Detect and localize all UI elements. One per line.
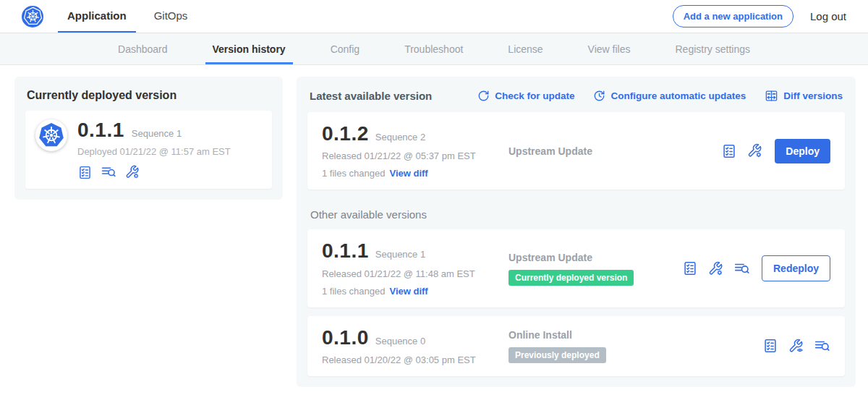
add-application-button[interactable]: Add a new application [673,5,793,27]
previously-deployed-badge: Previously deployed [509,347,606,363]
files-changed-label: 1 files changed [322,168,385,179]
main-content: Currently deployed version 0.1.1 Sequenc… [0,65,868,401]
released-timestamp: Released 01/21/22 @ 05:37 pm EST [322,150,509,161]
currently-deployed-panel: Currently deployed version 0.1.1 Sequenc… [14,77,283,200]
edit-config-icon[interactable] [746,143,763,159]
preflight-checks-icon[interactable] [762,338,778,354]
version-source-label: Upstream Update [509,252,682,263]
deployed-sequence-label: Sequence 1 [132,128,182,139]
deployed-version-number: 0.1.1 [77,119,124,140]
edit-config-icon[interactable] [707,260,724,277]
available-versions-panel: Latest available version Check for updat… [297,77,856,387]
diff-versions-label: Diff versions [783,90,843,101]
deployed-timestamp: Deployed 01/21/22 @ 11:57 am EST [77,146,231,157]
subnav-tab-troubleshoot[interactable]: Troubleshoot [397,33,470,64]
kubernetes-logo-icon [22,6,43,27]
other-available-versions-title: Other available versions [310,208,842,221]
version-number: 0.1.1 [322,240,369,261]
subnav-tab-dashboard[interactable]: Dashboard [111,33,175,64]
released-timestamp: Released 01/20/22 @ 03:05 pm EST [322,354,509,365]
logout-link[interactable]: Log out [810,10,846,22]
deploy-logs-icon[interactable] [814,338,830,354]
version-card-0-1-0: 0.1.0 Sequence 0 Released 01/20/22 @ 03:… [307,316,845,376]
version-number: 0.1.2 [322,123,369,144]
version-number: 0.1.0 [322,327,369,348]
tab-gitops[interactable]: GitOps [145,0,197,33]
check-for-update-label: Check for update [495,90,574,101]
view-config-icon[interactable] [788,338,804,354]
diff-versions-link[interactable]: Diff versions [765,89,843,103]
currently-deployed-badge: Currently deployed version [509,270,634,286]
version-card-0-1-2: 0.1.2 Sequence 2 Released 01/21/22 @ 05:… [307,112,845,190]
subnav-tab-license[interactable]: License [501,33,550,64]
refresh-icon [477,90,490,102]
version-source-label: Online Install [509,329,682,341]
view-diff-link[interactable]: View diff [389,286,427,297]
deploy-logs-icon[interactable] [101,164,116,180]
schedule-update-icon [593,90,605,102]
app-sub-nav: Dashboard Version history Config Trouble… [0,33,868,65]
sequence-label: Sequence 2 [375,132,425,143]
files-changed-label: 1 files changed [322,286,385,297]
latest-available-title: Latest available version [310,90,432,102]
subnav-tab-view-files[interactable]: View files [581,33,638,64]
edit-config-icon[interactable] [124,164,140,180]
currently-deployed-title: Currently deployed version [27,89,271,102]
preflight-checks-icon[interactable] [682,260,698,276]
tab-application[interactable]: Application [58,0,136,33]
top-nav: Application GitOps Add a new application… [0,0,868,33]
subnav-tab-version-history[interactable]: Version history [205,33,293,64]
check-for-update-link[interactable]: Check for update [477,90,574,102]
version-card-0-1-1: 0.1.1 Sequence 1 Released 01/21/22 @ 11:… [307,229,845,307]
subnav-tab-config[interactable]: Config [323,33,367,64]
deploy-logs-icon[interactable] [733,260,750,277]
deployed-version-card: 0.1.1 Sequence 1 Deployed 01/21/22 @ 11:… [25,111,272,189]
view-diff-link[interactable]: View diff [389,168,427,179]
preflight-checks-icon[interactable] [77,165,93,180]
diff-icon [765,89,778,103]
sequence-label: Sequence 0 [375,336,425,347]
deploy-button[interactable]: Deploy [775,139,830,163]
tab-application-label: Application [67,9,127,22]
sequence-label: Sequence 1 [375,249,425,260]
configure-automatic-updates-label: Configure automatic updates [610,90,746,101]
preflight-checks-icon[interactable] [721,143,737,159]
app-icon [35,119,67,151]
released-timestamp: Released 01/21/22 @ 11:48 am EST [322,268,509,279]
top-nav-tabs: Application GitOps [58,0,197,33]
tab-gitops-label: GitOps [154,9,188,22]
version-source-label: Upstream Update [509,145,682,157]
subnav-tab-registry-settings[interactable]: Registry settings [668,33,757,64]
configure-automatic-updates-link[interactable]: Configure automatic updates [593,90,746,102]
redeploy-button[interactable]: Redeploy [762,255,830,281]
top-nav-right: Add a new application Log out [673,0,846,33]
